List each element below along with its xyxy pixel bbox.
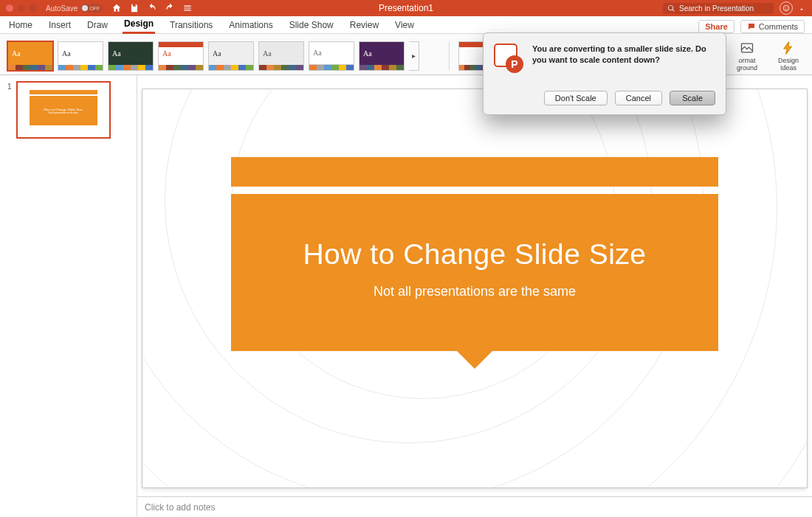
- tab-transitions[interactable]: Transitions: [168, 17, 214, 33]
- slide-title-block[interactable]: How to Change Slide Size Not all present…: [231, 194, 718, 351]
- svg-point-0: [783, 5, 789, 11]
- tab-draw[interactable]: Draw: [86, 17, 109, 33]
- close-window-button[interactable]: [6, 4, 13, 12]
- scale-dialog: P You are converting to a smaller slide …: [483, 32, 726, 115]
- scale-button[interactable]: Scale: [670, 91, 715, 105]
- theme-option-7[interactable]: Aa: [309, 41, 354, 71]
- autosave-label: AutoSave: [46, 4, 78, 13]
- theme-option-1[interactable]: Aa: [7, 41, 53, 71]
- search-input[interactable]: Search in Presentation: [663, 3, 774, 14]
- slide-accent-bar: [231, 157, 718, 187]
- tab-view[interactable]: View: [393, 17, 416, 33]
- tab-design[interactable]: Design: [123, 15, 155, 34]
- svg-point-2: [787, 7, 788, 8]
- slide-thumbnail-1[interactable]: 1 How to Change Slide Size Not all prese…: [7, 81, 129, 139]
- tab-animations[interactable]: Animations: [227, 17, 274, 33]
- theme-option-6[interactable]: Aa: [258, 41, 304, 71]
- customize-quick-access-icon[interactable]: [182, 3, 193, 13]
- minimize-window-button[interactable]: [18, 4, 25, 12]
- comments-button[interactable]: Comments: [740, 20, 805, 33]
- slide-subtitle: Not all presentations are the same: [253, 284, 696, 299]
- dialog-message: You are converting to a smaller slide si…: [532, 44, 715, 66]
- cancel-button[interactable]: Cancel: [615, 91, 662, 105]
- search-placeholder: Search in Presentation: [679, 4, 754, 13]
- home-icon[interactable]: [111, 3, 122, 13]
- format-background-button[interactable]: ormat ground: [731, 40, 763, 72]
- undo-icon[interactable]: [147, 3, 157, 13]
- slide-canvas[interactable]: How to Change Slide Size Not all present…: [142, 89, 807, 487]
- tab-slideshow[interactable]: Slide Show: [288, 17, 335, 33]
- notes-pane[interactable]: Click to add notes: [137, 496, 812, 517]
- theme-option-3[interactable]: Aa: [108, 41, 154, 71]
- lightning-icon: [781, 41, 796, 55]
- document-title: Presentation1: [379, 3, 433, 13]
- save-icon[interactable]: [129, 3, 140, 13]
- autosave-toggle[interactable]: AutoSave OFF: [46, 4, 103, 13]
- titlebar: AutoSave OFF Presentation1 Search in Pre…: [0, 0, 812, 16]
- tab-review[interactable]: Review: [348, 17, 380, 33]
- share-button[interactable]: Share: [698, 20, 734, 33]
- slide-number: 1: [7, 81, 12, 139]
- tab-home[interactable]: Home: [7, 17, 34, 33]
- ribbon-tabs: Home Insert Draw Design Transitions Anim…: [0, 16, 812, 34]
- design-ideas-button[interactable]: Design Ideas: [772, 40, 805, 72]
- maximize-window-button[interactable]: [30, 4, 37, 12]
- account-badge[interactable]: [780, 1, 793, 15]
- tab-insert[interactable]: Insert: [47, 17, 72, 33]
- redo-icon[interactable]: [165, 3, 175, 13]
- powerpoint-icon: P: [494, 44, 523, 73]
- slide-panel: 1 How to Change Slide Size Not all prese…: [0, 75, 137, 517]
- theme-option-2[interactable]: Aa: [58, 41, 103, 71]
- account-chevron-icon[interactable]: [799, 5, 805, 11]
- comments-icon: [747, 22, 756, 31]
- slide-title: How to Change Slide Size: [253, 238, 696, 271]
- theme-option-4[interactable]: Aa: [158, 41, 204, 71]
- themes-more-button[interactable]: ▸: [409, 41, 419, 71]
- notes-placeholder: Click to add notes: [145, 502, 215, 513]
- dont-scale-button[interactable]: Don't Scale: [544, 91, 608, 105]
- window-controls: [6, 4, 37, 12]
- format-background-icon: [740, 41, 754, 55]
- theme-option-5[interactable]: Aa: [208, 41, 254, 71]
- search-icon: [667, 4, 675, 13]
- ribbon-separator: [449, 41, 450, 71]
- theme-option-8[interactable]: Aa: [359, 41, 405, 71]
- speech-tail-icon: [455, 350, 494, 369]
- svg-point-1: [785, 7, 785, 8]
- slide-stage: How to Change Slide Size Not all present…: [137, 75, 812, 496]
